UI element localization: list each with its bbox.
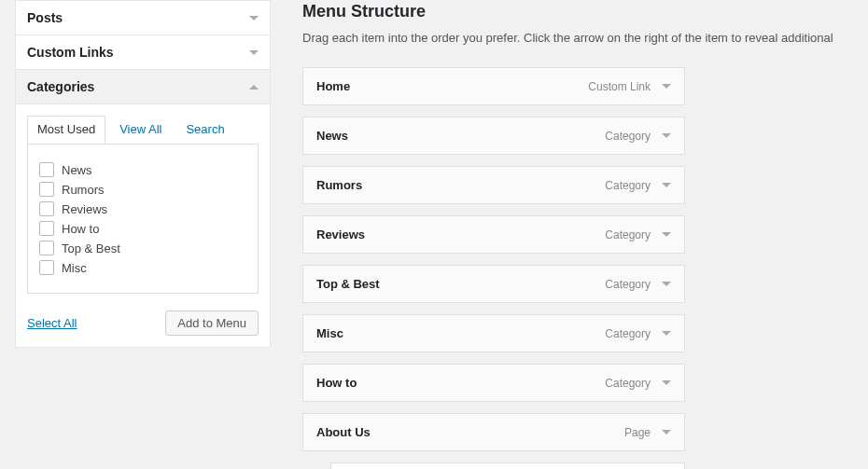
accordion-categories-header[interactable]: Categories <box>16 70 270 104</box>
category-checkbox-item[interactable]: Rumors <box>39 182 246 197</box>
category-label: Top & Best <box>62 241 120 255</box>
chevron-down-icon[interactable] <box>662 84 671 89</box>
chevron-down-icon <box>249 50 259 55</box>
menu-item[interactable]: News Category <box>302 117 685 155</box>
category-checkbox-item[interactable]: Reviews <box>39 201 246 216</box>
menu-item-title: Misc <box>316 326 343 340</box>
tab-view-all[interactable]: View All <box>109 116 172 144</box>
chevron-up-icon <box>249 85 259 90</box>
menu-item-type: Category <box>605 228 651 241</box>
menu-item[interactable]: Misc Category <box>302 314 685 352</box>
category-checkbox[interactable] <box>39 162 54 177</box>
category-checkbox-item[interactable]: Top & Best <box>39 241 246 255</box>
menu-item-title: Rumors <box>316 178 362 192</box>
menu-item[interactable]: Rumors Category <box>302 166 685 204</box>
tab-most-used[interactable]: Most Used <box>27 116 105 144</box>
category-label: News <box>62 163 92 177</box>
chevron-down-icon[interactable] <box>662 282 671 286</box>
menu-item-title: Home <box>316 79 350 93</box>
menu-item-type: Custom Link <box>588 80 651 93</box>
accordion-custom-links[interactable]: Custom Links <box>15 35 271 70</box>
menu-item-title: News <box>316 129 348 143</box>
chevron-down-icon[interactable] <box>662 133 671 138</box>
category-checkbox[interactable] <box>39 201 54 216</box>
category-label: Misc <box>62 261 87 275</box>
chevron-down-icon[interactable] <box>662 183 671 187</box>
category-label: Rumors <box>62 183 105 197</box>
menu-item-title: Top & Best <box>316 277 380 291</box>
chevron-down-icon[interactable] <box>662 232 671 237</box>
menu-item-type: Category <box>605 179 651 192</box>
category-checkbox-item[interactable]: How to <box>39 221 246 236</box>
menu-item-title: How to <box>316 376 357 390</box>
menu-item-title: Reviews <box>316 228 365 241</box>
categories-tab-panel: News Rumors Reviews How to <box>27 144 259 294</box>
category-checkbox[interactable] <box>39 221 54 236</box>
menu-item-type: Category <box>605 327 651 340</box>
menu-structure-description: Drag each item into the order you prefer… <box>302 31 868 45</box>
menu-item-type: Page <box>624 426 651 439</box>
category-checkbox[interactable] <box>39 260 54 275</box>
accordion-posts-title: Posts <box>27 10 63 25</box>
menu-item[interactable]: About Us Page <box>302 413 685 451</box>
category-checkbox-item[interactable]: Misc <box>39 260 246 275</box>
accordion-categories-title: Categories <box>27 79 94 94</box>
menu-item-title: About Us <box>316 425 371 439</box>
chevron-down-icon[interactable] <box>662 380 671 385</box>
menu-item-type: Category <box>605 377 651 390</box>
menu-structure-title: Menu Structure <box>302 2 868 21</box>
select-all-link[interactable]: Select All <box>27 316 77 330</box>
category-label: Reviews <box>62 202 107 216</box>
category-checkbox[interactable] <box>39 182 54 197</box>
menu-item[interactable]: Reviews Category <box>302 215 685 254</box>
menu-item-type: Category <box>605 278 651 291</box>
chevron-down-icon[interactable] <box>662 430 671 435</box>
accordion-categories: Categories Most Used View All Search New… <box>15 70 271 348</box>
menu-item-type: Category <box>605 130 651 143</box>
categories-tabs: Most Used View All Search <box>27 116 259 145</box>
tab-search[interactable]: Search <box>175 116 234 144</box>
chevron-down-icon[interactable] <box>662 331 671 336</box>
menu-item-placeholder <box>330 462 685 469</box>
category-label: How to <box>62 222 99 236</box>
add-to-menu-button[interactable]: Add to Menu <box>165 310 259 336</box>
accordion-posts[interactable]: Posts <box>15 0 271 35</box>
accordion-custom-links-title: Custom Links <box>27 45 114 60</box>
category-checkbox-item[interactable]: News <box>39 162 246 177</box>
chevron-down-icon <box>249 16 259 21</box>
category-checkbox[interactable] <box>39 241 54 255</box>
menu-item[interactable]: Top & Best Category <box>302 265 685 303</box>
menu-item[interactable]: How to Category <box>302 364 685 402</box>
menu-item[interactable]: Home Custom Link <box>302 67 685 105</box>
